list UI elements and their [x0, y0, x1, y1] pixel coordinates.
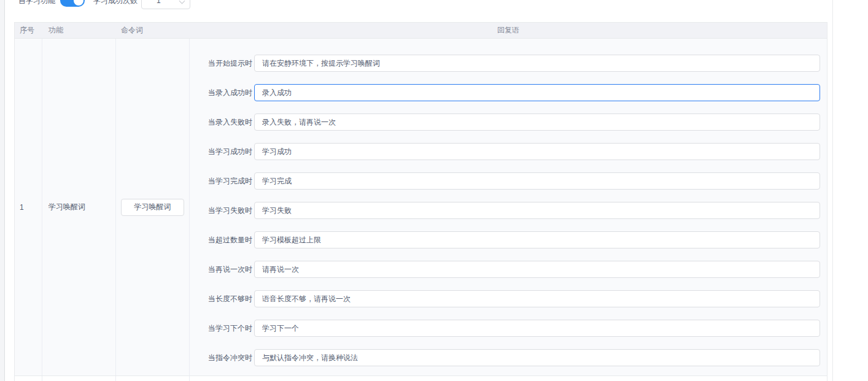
reply-input[interactable] — [254, 202, 820, 219]
reply-label: 当再说一次时 — [208, 264, 252, 275]
reply-label: 当录入失败时 — [208, 117, 252, 128]
reply-row: 当开始提示时 — [190, 48, 827, 78]
reply-row: 当超过数量时 — [190, 225, 827, 255]
reply-input[interactable] — [254, 172, 820, 190]
reply-label: 当指令冲突时 — [208, 353, 252, 363]
next-row-reply-cell — [190, 376, 827, 381]
reply-row: 当录入失败时 — [190, 107, 827, 137]
next-table-row-sliver — [15, 376, 827, 381]
reply-row: 当学习完成时 — [190, 166, 827, 196]
reply-label: 当学习下个时 — [208, 323, 252, 334]
next-row-index-cell — [15, 376, 42, 381]
header-function: 功能 — [42, 23, 116, 38]
reply-row: 当长度不够时 — [190, 284, 827, 314]
reply-input[interactable] — [254, 320, 820, 337]
reply-label: 当开始提示时 — [208, 58, 252, 69]
reply-label: 当学习成功时 — [208, 147, 252, 157]
reply-row: 当学习失败时 — [190, 196, 827, 225]
reply-row: 当学习成功时 — [190, 137, 827, 166]
header-reply: 回复语 — [190, 23, 827, 38]
reply-label: 当超过数量时 — [208, 235, 252, 245]
header-command: 命令词 — [116, 23, 190, 38]
row-function-cell: 学习唤醒词 — [42, 39, 116, 375]
next-row-function-cell — [42, 376, 116, 381]
page-left-strip — [0, 0, 5, 381]
reply-input[interactable] — [254, 231, 820, 248]
row-index-cell: 1 — [15, 39, 42, 375]
reply-label: 当学习完成时 — [208, 176, 252, 187]
success-count-label: 学习成功次数 — [93, 0, 138, 6]
row-command-cell — [116, 39, 190, 375]
reply-input[interactable] — [254, 84, 820, 101]
reply-row: 当录入成功时 — [190, 78, 827, 107]
reply-row: 当指令冲突时 — [190, 343, 827, 372]
reply-row: 当再说一次时 — [190, 255, 827, 284]
command-word-input[interactable] — [121, 199, 184, 216]
reply-input[interactable] — [254, 143, 820, 160]
reply-input[interactable] — [254, 290, 820, 307]
success-count-select[interactable]: 1 — [141, 0, 190, 9]
reply-row: 当学习下个时 — [190, 314, 827, 343]
reply-input[interactable] — [254, 114, 820, 131]
topbar: 自学习功能 学习成功次数 1 — [18, 0, 190, 9]
panel-right-edge — [832, 0, 833, 381]
reply-label: 当学习失败时 — [208, 206, 252, 216]
reply-input[interactable] — [254, 261, 820, 278]
reply-input[interactable] — [254, 55, 820, 72]
reply-label: 当录入成功时 — [208, 88, 252, 98]
reply-input[interactable] — [254, 349, 820, 366]
self-learning-toggle[interactable] — [60, 0, 85, 7]
header-index: 序号 — [15, 23, 42, 38]
reply-list: 当开始提示时 当录入成功时 当录入失败时 当学习成功时 当学习完成时 当学习失败… — [190, 39, 827, 375]
commands-table: 序号 功能 命令词 回复语 1 学习唤醒词 当开始提示时 当录入成功时 当录入失… — [14, 22, 827, 381]
toggle-knob-icon — [74, 0, 83, 6]
next-row-command-cell — [116, 376, 190, 381]
reply-label: 当长度不够时 — [208, 294, 252, 304]
self-learning-label: 自学习功能 — [18, 0, 55, 6]
table-row: 1 学习唤醒词 当开始提示时 当录入成功时 当录入失败时 当学习成功时 当学习完… — [15, 39, 827, 376]
success-count-value: 1 — [142, 0, 161, 5]
chevron-down-icon — [179, 0, 185, 4]
table-header-row: 序号 功能 命令词 回复语 — [15, 23, 827, 39]
